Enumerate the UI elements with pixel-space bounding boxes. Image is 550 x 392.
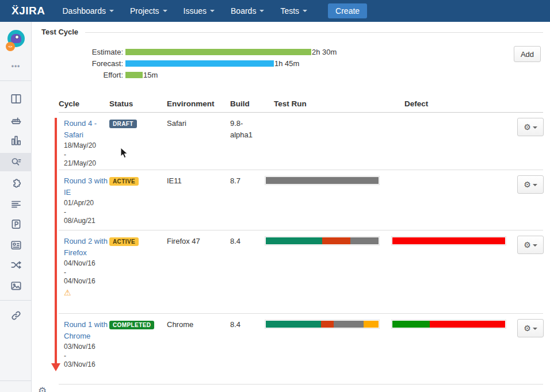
annotation-arrow [55, 118, 57, 364]
col-status: Status [108, 99, 166, 108]
estimate-bar [125, 49, 311, 55]
defect-bar [391, 118, 506, 128]
chevron-down-icon [210, 10, 215, 12]
table-row: Round 1 with Chrome 03/Nov/16 - 03/Nov/1… [59, 314, 543, 385]
col-build: Build [229, 99, 265, 108]
table-header: Cycle Status Environment Build Test Run … [59, 95, 543, 113]
backlog-lines-icon[interactable] [10, 198, 22, 211]
test-run-bar [265, 320, 380, 329]
nav-item-issues[interactable]: Issues [175, 3, 223, 19]
build-value: 9.8-alpha1 [229, 113, 265, 170]
status-badge: COMPLETED [109, 321, 154, 329]
row-actions-button[interactable]: ⚙ [517, 118, 544, 136]
cycle-dates: 01/Apr/20 - 08/Aug/21 [64, 199, 108, 226]
forecast-row: Forecast: 1h 45m [0, 57, 337, 69]
test-run-bar [265, 236, 380, 245]
forecast-bar [125, 60, 274, 67]
test-cycle-table: Cycle Status Environment Build Test Run … [59, 95, 543, 385]
cycle-link[interactable]: Round 3 with IE [64, 175, 108, 198]
col-test-run: Test Run [265, 99, 391, 108]
row-actions-button[interactable]: ⚙ [517, 175, 544, 194]
build-value: 8.7 [229, 170, 265, 230]
warning-icon: ⚠ [64, 287, 108, 298]
search-issues-icon[interactable] [10, 156, 22, 168]
col-environment: Environment [166, 99, 229, 108]
chevron-down-icon [109, 10, 114, 12]
defect-bar [391, 236, 506, 245]
gear-icon: ⚙ [524, 180, 531, 189]
shuffle-icon[interactable] [10, 259, 22, 271]
row-actions-button[interactable]: ⚙ [517, 236, 544, 254]
test-run-bar [265, 118, 380, 128]
cycle-dates: 18/May/20 - 21/May/20 [64, 141, 108, 168]
cycle-dates: 04/Nov/16 - 04/Nov/16 [64, 259, 108, 286]
time-tracking-summary: Estimate: 2h 30m Forecast: 1h 45m Effort… [0, 46, 337, 80]
effort-bar [125, 72, 143, 78]
build-value: 8.4 [229, 230, 265, 313]
jira-logo[interactable]: ẌJIRA [12, 5, 45, 17]
defect-bar [391, 176, 506, 185]
table-row: Round 2 with Firefox 04/Nov/16 - 04/Nov/… [59, 230, 543, 314]
top-navbar: ẌJIRA Dashboards Projects Issues Boards … [0, 0, 550, 22]
cycle-link[interactable]: Round 2 with Firefox [64, 236, 108, 259]
add-button[interactable]: Add [514, 46, 541, 62]
jira-logo-mark: Ẍ [12, 5, 19, 17]
chevron-down-icon [533, 328, 537, 330]
chevron-down-icon [303, 10, 307, 12]
environment-value: Chrome [166, 314, 229, 384]
avatar-eye [15, 35, 19, 39]
cycle-dates: 03/Nov/16 - 03/Nov/16 [64, 343, 108, 370]
nav-item-boards[interactable]: Boards [223, 3, 272, 19]
pages-icon[interactable] [10, 218, 22, 230]
effort-label: Effort: [0, 71, 125, 79]
nav-menu: Dashboards Projects Issues Boards Tests [54, 3, 315, 19]
estimate-label: Estimate: [0, 48, 125, 56]
divider [0, 381, 32, 381]
chevron-down-icon [533, 244, 537, 247]
build-value: 8.4 [229, 314, 265, 384]
mouse-cursor [120, 147, 129, 159]
page-title: Test Cycle [41, 28, 78, 36]
releases-ship-icon[interactable] [10, 113, 22, 126]
test-run-bar [265, 176, 380, 185]
board-icon[interactable] [10, 93, 22, 105]
create-button[interactable]: Create [328, 3, 367, 18]
gear-icon: ⚙ [524, 240, 531, 249]
add-ons-puzzle-icon[interactable] [10, 178, 22, 190]
status-badge: ACTIVE [109, 237, 139, 246]
link-icon[interactable] [10, 309, 22, 322]
environment-value: Safari [166, 113, 229, 170]
estimate-row: Estimate: 2h 30m [0, 46, 337, 57]
chevron-down-icon [163, 10, 167, 12]
status-badge: DRAFT [109, 120, 137, 128]
gear-icon: ⚙ [524, 324, 531, 333]
settings-gear-icon[interactable]: ⚙ [38, 385, 47, 392]
col-cycle: Cycle [59, 99, 108, 108]
effort-row: Effort: 15m [0, 69, 337, 80]
reports-chart-icon[interactable] [10, 134, 22, 147]
divider [0, 80, 32, 81]
environment-value: IE11 [166, 170, 229, 230]
table-row: Round 4 - Safari 18/May/20 - 21/May/20 D… [59, 113, 543, 170]
cycle-link[interactable]: Round 4 - Safari [64, 118, 108, 141]
estimate-value: 2h 30m [312, 48, 337, 56]
contacts-card-icon[interactable] [10, 239, 22, 251]
table-row: Round 3 with IE 01/Apr/20 - 08/Aug/21 AC… [59, 170, 543, 230]
nav-item-projects[interactable]: Projects [122, 3, 175, 19]
jira-logo-text: JIRA [19, 5, 45, 17]
nav-item-dashboards[interactable]: Dashboards [54, 3, 122, 19]
col-defect: Defect [391, 99, 515, 108]
status-badge: ACTIVE [109, 177, 139, 186]
nav-item-tests[interactable]: Tests [272, 3, 315, 19]
defect-bar [391, 320, 506, 329]
chevron-down-icon [259, 10, 264, 12]
media-image-icon[interactable] [10, 279, 22, 292]
environment-value: Firefox 47 [166, 230, 229, 313]
forecast-label: Forecast: [0, 59, 125, 68]
cycle-link[interactable]: Round 1 with Chrome [64, 319, 108, 342]
effort-value: 15m [143, 71, 158, 79]
annotation-arrow-head [51, 363, 60, 371]
chevron-down-icon [533, 184, 537, 186]
forecast-value: 1h 45m [274, 59, 299, 68]
row-actions-button[interactable]: ⚙ [517, 319, 544, 337]
